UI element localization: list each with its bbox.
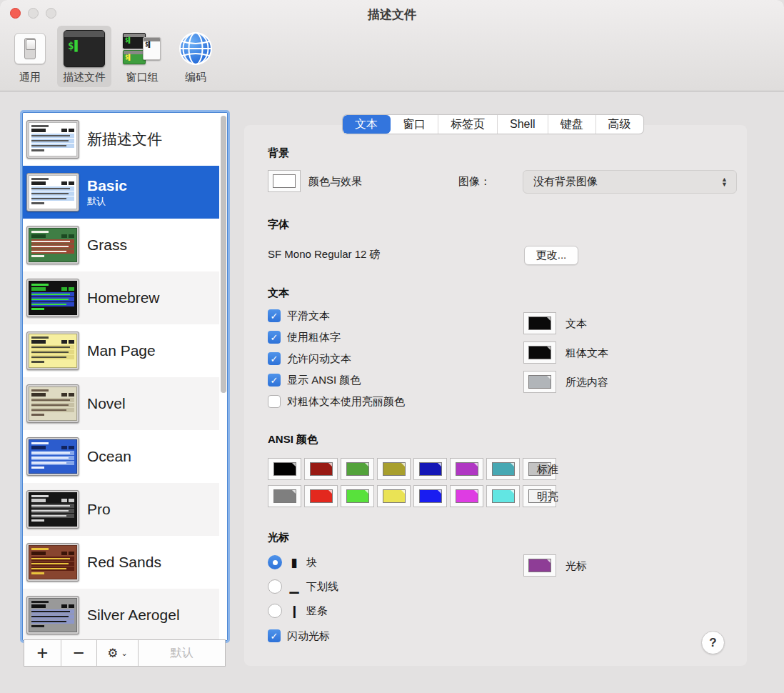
cursor-heading: 光标	[268, 531, 289, 544]
cursor-style-radio-块[interactable]: ▮块	[268, 553, 317, 572]
text-option-label: 对粗体文本使用亮丽颜色	[287, 395, 405, 409]
color-well-文本[interactable]	[523, 312, 556, 334]
ansi-color-swatch	[456, 462, 478, 476]
profile-thumbnail	[26, 279, 79, 317]
profile-row-Pro[interactable]: Pro	[23, 483, 227, 536]
ansi-color-swatch	[492, 462, 515, 476]
profile-row-Silver Aerogel[interactable]: Silver Aerogel	[23, 589, 227, 641]
profile-row-新描述文件[interactable]: 新描述文件	[23, 113, 227, 166]
checkbox-icon: ✓	[268, 629, 281, 642]
ansi-color-well[interactable]	[377, 458, 411, 480]
ansi-color-well[interactable]	[304, 458, 338, 480]
ansi-color-swatch	[310, 462, 333, 476]
color-well-粗体文本[interactable]	[523, 341, 556, 364]
profiles-scrollbar[interactable]	[219, 113, 227, 640]
profile-row-Basic[interactable]: Basic默认	[23, 166, 227, 219]
ansi-color-swatch	[273, 489, 296, 503]
ansi-color-well[interactable]	[486, 458, 520, 480]
profile-row-Novel[interactable]: Novel	[23, 377, 227, 430]
background-image-select[interactable]: 没有背景图像 ▲▼	[523, 170, 737, 194]
color-well-所选内容[interactable]	[523, 371, 556, 393]
profile-thumbnail	[26, 596, 79, 634]
text-option-checkbox[interactable]: 对粗体文本使用亮丽颜色	[268, 393, 405, 410]
ansi-color-well[interactable]	[268, 485, 301, 507]
ansi-color-well[interactable]	[413, 485, 447, 507]
cursor-color-well[interactable]	[523, 554, 556, 577]
corner-fold-icon	[292, 490, 296, 494]
profile-thumbnail	[26, 331, 79, 370]
set-default-button[interactable]: 默认	[139, 640, 225, 666]
corner-fold-icon	[511, 490, 514, 494]
font-heading: 字体	[268, 218, 289, 231]
toolbar-item-encodings[interactable]: 编码	[173, 26, 218, 87]
ansi-color-well[interactable]	[304, 485, 338, 507]
profile-row-Grass[interactable]: Grass	[23, 219, 227, 271]
profile-row-Man Page[interactable]: Man Page	[23, 324, 227, 377]
profile-row-Red Sands[interactable]: Red Sands	[23, 536, 227, 589]
ansi-color-well[interactable]	[413, 458, 447, 480]
tab-窗口[interactable]: 窗口	[391, 115, 438, 134]
toolbar-item-label: 编码	[185, 71, 206, 84]
blink-cursor-checkbox[interactable]: ✓ 闪动光标	[268, 627, 330, 644]
text-option-checkbox[interactable]: ✓允许闪动文本	[268, 350, 351, 367]
tab-文本[interactable]: 文本	[343, 115, 391, 134]
ansi-color-well[interactable]	[341, 485, 374, 507]
profile-row-Ocean[interactable]: Ocean	[23, 430, 227, 483]
text-option-label: 显示 ANSI 颜色	[287, 374, 361, 387]
cursor-style-radio-竖条[interactable]: ❙竖条	[268, 602, 328, 620]
gear-menu-button[interactable]: ⚙ ⌄	[97, 640, 139, 666]
cursor-style-radio-下划线[interactable]: ▁下划线	[268, 577, 338, 596]
cursor-glyph-icon: ▮	[288, 555, 300, 570]
tab-高级[interactable]: 高级	[596, 115, 643, 134]
blink-cursor-label: 闪动光标	[287, 629, 330, 643]
ansi-color-well[interactable]	[341, 458, 374, 480]
text-option-checkbox[interactable]: ✓平滑文本	[268, 307, 330, 324]
background-color-well[interactable]	[268, 170, 301, 192]
ansi-bright-label: 明亮	[537, 490, 558, 504]
tab-键盘[interactable]: 键盘	[548, 115, 596, 134]
cursor-color-swatch	[528, 559, 551, 572]
profile-row-Homebrew[interactable]: Homebrew	[23, 271, 227, 324]
change-font-button[interactable]: 更改...	[524, 246, 578, 265]
font-value: SF Mono Regular 12 磅	[268, 248, 381, 261]
profile-thumbnail	[26, 490, 79, 529]
color-swatch	[528, 346, 551, 359]
add-profile-button[interactable]: +	[24, 640, 61, 666]
tab-Shell[interactable]: Shell	[498, 115, 548, 134]
remove-profile-button[interactable]: −	[61, 640, 97, 666]
ansi-color-swatch	[383, 489, 406, 503]
cursor-style-label: 块	[306, 556, 317, 569]
profile-name: 新描述文件	[87, 129, 162, 149]
radio-icon	[268, 579, 282, 594]
corner-fold-icon	[365, 490, 368, 494]
toolbar-item-window-groups[interactable]: $▌$▌$▌窗口组	[117, 26, 167, 87]
profiles-actions: + − ⚙ ⌄ 默认	[24, 639, 226, 667]
text-option-checkbox[interactable]: ✓使用粗体字	[268, 329, 341, 346]
toolbar-item-label: 描述文件	[63, 71, 106, 84]
ansi-color-well[interactable]	[486, 485, 520, 507]
scrollbar-thumb[interactable]	[221, 116, 226, 393]
profile-name: Basic	[87, 177, 127, 194]
toolbar-item-profiles[interactable]: $▌描述文件	[57, 26, 111, 87]
radio-icon	[268, 604, 282, 618]
profile-name: Man Page	[87, 342, 156, 359]
profile-default-badge: 默认	[87, 195, 127, 208]
profile-name: Silver Aerogel	[87, 607, 180, 624]
corner-fold-icon	[328, 490, 332, 494]
background-color-swatch	[273, 174, 296, 188]
ansi-color-well[interactable]	[450, 458, 483, 480]
image-label: 图像：	[458, 175, 491, 189]
corner-fold-icon	[401, 463, 405, 467]
ansi-color-well[interactable]	[450, 485, 483, 507]
ansi-color-well[interactable]	[377, 485, 411, 507]
profile-thumbnail	[26, 173, 79, 211]
chevron-down-icon: ⌄	[121, 649, 128, 658]
ansi-color-well[interactable]	[268, 458, 301, 480]
profiles-list[interactable]: 新描述文件Basic默认GrassHomebrewMan PageNovelOc…	[22, 112, 228, 641]
toolbar-item-general[interactable]: 通用	[9, 26, 51, 87]
text-option-checkbox[interactable]: ✓显示 ANSI 颜色	[268, 372, 361, 389]
help-button[interactable]: ?	[701, 631, 725, 654]
profile-name: Grass	[87, 236, 127, 254]
tab-标签页[interactable]: 标签页	[438, 115, 498, 134]
ansi-color-swatch	[346, 489, 369, 503]
